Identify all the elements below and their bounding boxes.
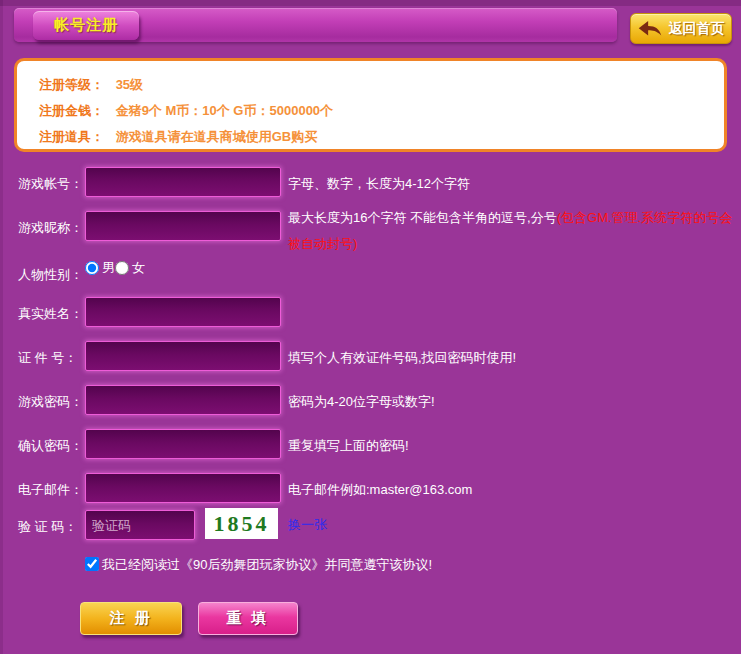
info-row-items: 注册道具： 游戏道具请在道具商城使用GB购买 bbox=[39, 124, 724, 150]
game-account-input[interactable] bbox=[85, 167, 281, 197]
confirm-password-input[interactable] bbox=[85, 429, 281, 459]
row-game-account: 游戏帐号： 字母、数字，长度为4-12个字符 bbox=[0, 167, 741, 197]
nickname-hint-main: 最大长度为16个字符 不能包含半角的逗号,分号 bbox=[288, 210, 557, 225]
row-real-name: 真实姓名： bbox=[0, 297, 741, 327]
email-hint: 电子邮件例如:master@163.com bbox=[288, 481, 472, 499]
nickname-input[interactable] bbox=[85, 211, 281, 241]
row-email: 电子邮件： 电子邮件例如:master@163.com bbox=[0, 473, 741, 503]
row-nickname: 游戏昵称： 最大长度为16个字符 不能包含半角的逗号,分号(包含GM.管理.系统… bbox=[0, 211, 741, 241]
gender-male-label: 男 bbox=[102, 259, 115, 277]
info-row-money: 注册金钱： 金猪9个 M币：10个 G币：5000000个 bbox=[39, 98, 724, 124]
captcha-code: 1854 bbox=[214, 511, 270, 537]
info-box: 注册等级： 35级 注册金钱： 金猪9个 M币：10个 G币：5000000个 … bbox=[14, 58, 727, 152]
info-label: 注册道具： bbox=[39, 129, 104, 144]
info-value: 35级 bbox=[116, 77, 143, 92]
gender-radio-group: 男 女 bbox=[85, 259, 145, 277]
game-account-hint: 字母、数字，长度为4-12个字符 bbox=[288, 175, 470, 193]
info-label: 注册等级： bbox=[39, 77, 104, 92]
password-input[interactable] bbox=[85, 385, 281, 415]
confirm-password-hint: 重复填写上面的密码! bbox=[288, 437, 409, 455]
info-value: 金猪9个 M币：10个 G币：5000000个 bbox=[116, 103, 333, 118]
gender-male-radio[interactable] bbox=[85, 261, 99, 275]
email-input[interactable] bbox=[85, 473, 281, 503]
game-account-label: 游戏帐号： bbox=[18, 175, 83, 193]
reset-button[interactable]: 重 填 bbox=[198, 602, 298, 635]
agreement-row: 我已经阅读过《90后劲舞团玩家协议》并同意遵守该协议! bbox=[85, 556, 432, 574]
id-number-label: 证 件 号： bbox=[18, 349, 77, 367]
row-gender: 人物性别： 男 女 bbox=[0, 258, 741, 288]
password-hint: 密码为4-20位字母或数字! bbox=[288, 393, 435, 411]
info-label: 注册金钱： bbox=[39, 103, 104, 118]
gender-female-radio[interactable] bbox=[115, 261, 129, 275]
id-number-input[interactable] bbox=[85, 341, 281, 371]
gender-female-label: 女 bbox=[132, 259, 145, 277]
row-confirm-password: 确认密码： 重复填写上面的密码! bbox=[0, 429, 741, 459]
register-button[interactable]: 注 册 bbox=[80, 602, 182, 635]
captcha-refresh-link[interactable]: 换一张 bbox=[288, 516, 327, 534]
back-home-button[interactable]: 返回首页 bbox=[630, 13, 732, 44]
back-arrow-icon bbox=[638, 20, 662, 37]
info-value: 游戏道具请在道具商城使用GB购买 bbox=[116, 129, 318, 144]
back-home-label: 返回首页 bbox=[669, 20, 725, 38]
gender-label: 人物性别： bbox=[18, 266, 83, 284]
nickname-label: 游戏昵称： bbox=[18, 219, 83, 237]
captcha-label: 验 证 码： bbox=[18, 518, 77, 536]
real-name-label: 真实姓名： bbox=[18, 305, 83, 323]
id-number-hint: 填写个人有效证件号码,找回密码时使用! bbox=[288, 349, 516, 367]
page-title: 帐号注册 bbox=[33, 11, 139, 40]
confirm-password-label: 确认密码： bbox=[18, 437, 83, 455]
registration-page: 帐号注册 返回首页 注册等级： 35级 注册金钱： 金猪9个 M币：10个 G币… bbox=[0, 0, 741, 654]
email-label: 电子邮件： bbox=[18, 481, 83, 499]
row-captcha: 验 证 码： 1854 换一张 bbox=[0, 510, 741, 540]
row-password: 游戏密码： 密码为4-20位字母或数字! bbox=[0, 385, 741, 415]
real-name-input[interactable] bbox=[85, 297, 281, 327]
captcha-image: 1854 bbox=[205, 508, 278, 539]
agreement-text: 我已经阅读过《90后劲舞团玩家协议》并同意遵守该协议! bbox=[102, 556, 432, 574]
row-id-number: 证 件 号： 填写个人有效证件号码,找回密码时使用! bbox=[0, 341, 741, 371]
agreement-checkbox[interactable] bbox=[85, 557, 99, 571]
info-row-level: 注册等级： 35级 bbox=[39, 72, 724, 98]
password-label: 游戏密码： bbox=[18, 393, 83, 411]
captcha-input[interactable] bbox=[85, 510, 195, 540]
nickname-hint: 最大长度为16个字符 不能包含半角的逗号,分号(包含GM.管理.系统字符的号会被… bbox=[288, 205, 740, 257]
